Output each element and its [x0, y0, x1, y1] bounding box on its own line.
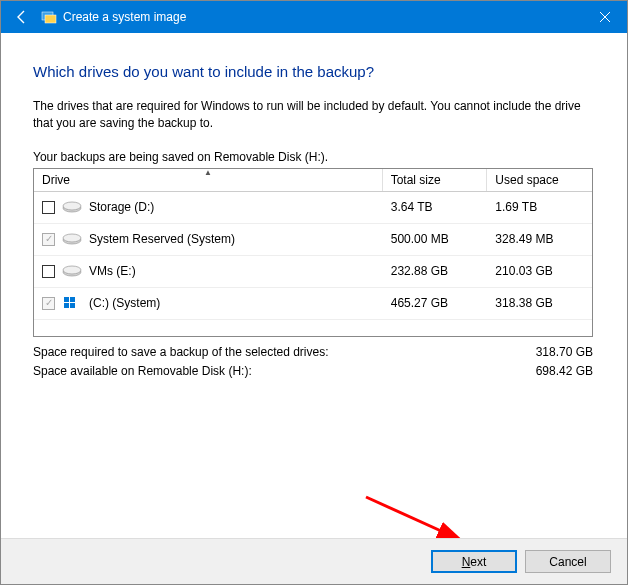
svg-rect-9 [70, 297, 75, 302]
window-title: Create a system image [63, 10, 186, 24]
hdd-icon [61, 199, 83, 215]
page-description: The drives that are required for Windows… [33, 98, 595, 132]
drive-row[interactable]: ✓ System Reserved (System) 500.00 MB 328… [34, 224, 592, 256]
column-drive[interactable]: Drive ▲ [34, 169, 383, 191]
close-button[interactable] [582, 1, 627, 33]
drive-row[interactable]: Storage (D:) 3.64 TB 1.69 TB [34, 192, 592, 224]
space-required-value: 318.70 GB [536, 343, 593, 362]
drive-total: 500.00 MB [383, 232, 488, 246]
drive-used: 328.49 MB [487, 232, 592, 246]
drive-name: (C:) (System) [89, 296, 160, 310]
cancel-button[interactable]: Cancel [525, 550, 611, 573]
drive-total: 232.88 GB [383, 264, 488, 278]
svg-point-7 [63, 266, 81, 274]
titlebar: Create a system image [1, 1, 627, 33]
svg-rect-1 [45, 15, 56, 23]
checkbox[interactable] [42, 201, 55, 214]
drive-row[interactable]: ✓ (C:) (System) 465.27 GB 318.38 GB [34, 288, 592, 320]
column-used[interactable]: Used space [487, 169, 592, 191]
svg-point-5 [63, 234, 81, 242]
sort-indicator-icon: ▲ [204, 168, 212, 177]
svg-rect-8 [64, 297, 69, 302]
summary: Space required to save a backup of the s… [33, 343, 593, 381]
space-available-label: Space available on Removable Disk (H:): [33, 362, 252, 381]
drive-list: Drive ▲ Total size Used space Storage (D… [33, 168, 593, 337]
column-total[interactable]: Total size [383, 169, 488, 191]
svg-line-12 [366, 497, 461, 540]
svg-point-3 [63, 202, 81, 210]
drive-used: 210.03 GB [487, 264, 592, 278]
svg-rect-10 [64, 303, 69, 308]
next-button[interactable]: Next [431, 550, 517, 573]
save-location-text: Your backups are being saved on Removabl… [33, 150, 595, 164]
drive-row[interactable]: VMs (E:) 232.88 GB 210.03 GB [34, 256, 592, 288]
column-headers: Drive ▲ Total size Used space [34, 169, 592, 192]
page-heading: Which drives do you want to include in t… [33, 63, 595, 80]
footer-buttons: Next Cancel [1, 538, 627, 584]
checkbox[interactable] [42, 265, 55, 278]
checkbox-disabled: ✓ [42, 233, 55, 246]
app-icon [41, 9, 57, 25]
content-area: Which drives do you want to include in t… [1, 33, 627, 381]
drive-name: VMs (E:) [89, 264, 136, 278]
space-required-label: Space required to save a backup of the s… [33, 343, 329, 362]
drive-total: 465.27 GB [383, 296, 488, 310]
svg-rect-11 [70, 303, 75, 308]
back-button[interactable] [13, 8, 31, 26]
drive-used: 1.69 TB [487, 200, 592, 214]
hdd-icon [61, 263, 83, 279]
drive-used: 318.38 GB [487, 296, 592, 310]
drive-name: Storage (D:) [89, 200, 154, 214]
drive-name: System Reserved (System) [89, 232, 235, 246]
windows-drive-icon [61, 295, 83, 311]
checkbox-disabled: ✓ [42, 297, 55, 310]
grid-empty-area [34, 320, 592, 336]
hdd-icon [61, 231, 83, 247]
drive-total: 3.64 TB [383, 200, 488, 214]
space-available-value: 698.42 GB [536, 362, 593, 381]
